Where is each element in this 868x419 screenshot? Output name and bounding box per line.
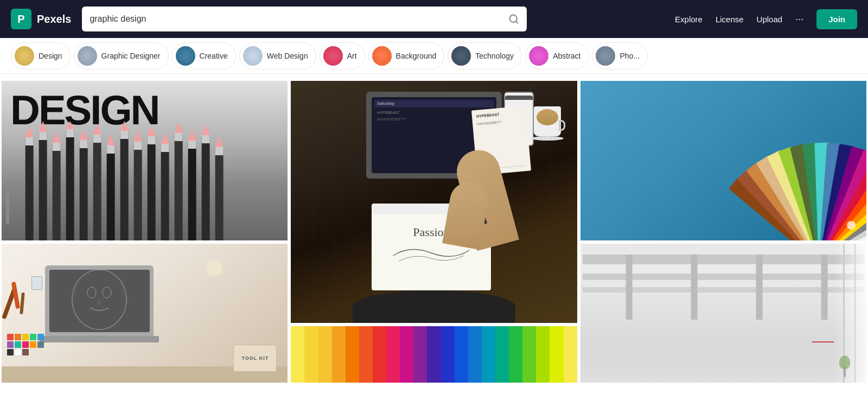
svg-rect-28 — [134, 142, 142, 150]
svg-rect-92 — [626, 244, 632, 320]
rainbow-strip — [332, 326, 346, 383]
pencils-svg — [2, 121, 288, 240]
svg-rect-67 — [15, 349, 21, 355]
category-bar: DesignGraphic DesignerCreativeWeb Design… — [0, 38, 868, 74]
svg-rect-95 — [821, 244, 827, 320]
svg-marker-21 — [107, 135, 115, 145]
photo-color-fan[interactable] — [579, 79, 868, 242]
svg-rect-94 — [756, 244, 762, 320]
svg-marker-6 — [39, 121, 47, 132]
svg-rect-40 — [188, 141, 196, 149]
svg-rect-14 — [80, 140, 88, 240]
category-label-art: Art — [347, 52, 357, 60]
svg-rect-25 — [120, 131, 129, 139]
nav-explore[interactable]: Explore — [675, 15, 703, 24]
rainbow-strip — [509, 326, 522, 383]
category-technology[interactable]: Technology — [448, 42, 522, 69]
photo-design-pencils[interactable]: DESIGN — [0, 79, 289, 242]
hat — [353, 290, 515, 323]
category-design[interactable]: Design — [11, 42, 71, 69]
rainbow-strip — [413, 326, 427, 383]
category-web-design[interactable]: Web Design — [239, 42, 316, 69]
nav-license[interactable]: License — [716, 15, 744, 24]
category-label-graphic-designer: Graphic Designer — [101, 52, 161, 60]
svg-rect-10 — [53, 143, 61, 151]
svg-rect-8 — [53, 143, 61, 240]
svg-marker-36 — [175, 122, 183, 133]
photo-col-1: DESIGN — [0, 79, 289, 384]
svg-marker-42 — [202, 124, 210, 135]
rainbow-strip — [482, 326, 495, 383]
svg-line-1 — [516, 21, 518, 23]
photo-rainbow-swatches[interactable] — [289, 325, 578, 384]
svg-rect-26 — [134, 142, 142, 240]
svg-rect-96 — [582, 244, 864, 255]
svg-rect-20 — [107, 145, 115, 240]
svg-rect-35 — [175, 133, 183, 240]
category-label-background: Background — [396, 52, 437, 60]
category-label-technology: Technology — [475, 52, 514, 60]
category-creative[interactable]: Creative — [172, 42, 236, 69]
logo[interactable]: P Pexels — [11, 9, 71, 29]
svg-rect-61 — [7, 341, 14, 348]
svg-rect-63 — [22, 341, 29, 348]
search-input[interactable] — [90, 14, 503, 24]
swatch-fan-svg — [671, 81, 866, 240]
rainbow-strip — [318, 326, 332, 383]
pen-left — [6, 181, 9, 224]
svg-rect-65 — [37, 341, 44, 348]
svg-rect-17 — [93, 135, 101, 240]
photo-col-2: Saturday HYPEBEAST HIGHSNOBIETY — [289, 79, 578, 384]
search-icon[interactable] — [508, 14, 519, 24]
category-art[interactable]: Art — [320, 42, 365, 69]
rainbow-strip — [550, 326, 563, 383]
rainbow-strip — [359, 326, 373, 383]
nav-upload[interactable]: Upload — [757, 15, 783, 24]
svg-rect-58 — [22, 334, 29, 340]
rainbow-strip — [522, 326, 536, 383]
svg-marker-30 — [148, 125, 156, 136]
svg-rect-13 — [66, 129, 74, 137]
photo-workspace[interactable]: TOOL KIT — [0, 242, 289, 384]
join-button[interactable]: Join — [816, 9, 857, 29]
logo-text: Pexels — [37, 13, 71, 26]
category-background[interactable]: Background — [368, 42, 445, 69]
svg-rect-57 — [15, 334, 21, 340]
svg-marker-9 — [53, 132, 61, 143]
category-photo[interactable]: Pho... — [592, 42, 648, 69]
svg-rect-32 — [161, 144, 169, 240]
rainbow-strip — [400, 326, 413, 383]
svg-rect-46 — [215, 147, 224, 155]
svg-rect-59 — [30, 334, 36, 340]
svg-rect-41 — [202, 135, 210, 240]
rainbow-strip — [564, 326, 577, 383]
nav-more[interactable]: ··· — [795, 14, 803, 25]
toolkitbag: TOOL KIT — [233, 345, 277, 372]
rainbow-strip — [468, 326, 482, 383]
photo-grid: DESIGN — [0, 79, 868, 384]
svg-marker-24 — [120, 121, 129, 131]
logo-icon: P — [11, 9, 31, 29]
svg-rect-34 — [161, 144, 169, 152]
svg-rect-5 — [39, 132, 47, 240]
rainbow-strip — [536, 326, 550, 383]
photo-interior[interactable] — [579, 242, 868, 384]
svg-marker-15 — [80, 129, 88, 140]
header: P Pexels Explore License Upload ··· Join — [0, 0, 868, 38]
rainbow-strip — [441, 326, 455, 383]
rainbow-strip — [304, 326, 318, 383]
svg-marker-3 — [25, 126, 34, 137]
svg-marker-39 — [188, 130, 196, 141]
category-graphic-designer[interactable]: Graphic Designer — [74, 42, 169, 69]
svg-rect-23 — [120, 131, 129, 240]
svg-rect-44 — [215, 147, 224, 240]
rainbow-strip — [495, 326, 509, 383]
svg-marker-45 — [215, 136, 224, 147]
rainbow-strip — [373, 326, 386, 383]
rainbow-strip — [291, 326, 304, 383]
category-abstract[interactable]: Abstract — [525, 42, 589, 69]
svg-rect-16 — [80, 140, 88, 148]
svg-rect-56 — [7, 334, 14, 340]
photo-calligraphy[interactable]: Saturday HYPEBEAST HIGHSNOBIETY — [289, 79, 578, 325]
svg-rect-2 — [25, 137, 34, 240]
